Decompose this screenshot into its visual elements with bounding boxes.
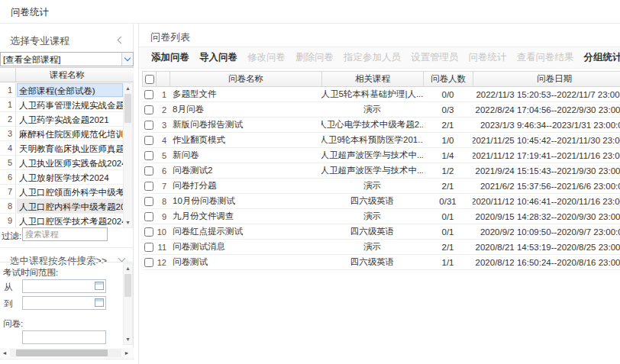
toolbar-button[interactable]: 删除问卷 <box>295 51 334 64</box>
row-checkbox[interactable] <box>144 136 153 145</box>
row-checkbox-cell <box>142 240 156 254</box>
collapse-panel-icon[interactable] <box>118 37 125 44</box>
scrollbar-thumb[interactable] <box>124 94 131 123</box>
course-list-scrollbar[interactable]: ▲ ▼ <box>123 83 133 228</box>
participant-count: 1/4 <box>423 148 473 163</box>
course-list-header: 课程名称 <box>0 67 134 82</box>
scroll-down-icon[interactable]: ▼ <box>124 218 132 227</box>
row-number: 4 <box>156 133 170 147</box>
row-number: 5 <box>156 148 170 163</box>
questionnaire-panel: 问卷列表 添加问卷 导入问卷 修改问卷 删除问卷 指定参加人员 设置管理员 问卷… <box>138 24 620 364</box>
top-bar: 问卷统计 <box>0 0 620 24</box>
questionnaire-name: 九月份文件调查 <box>170 209 321 224</box>
scroll-up-icon[interactable]: ▲ <box>124 264 132 273</box>
scroll-up-icon[interactable]: ▲ <box>124 84 132 93</box>
calendar-icon[interactable] <box>95 298 104 307</box>
from-date-input[interactable] <box>22 279 106 293</box>
toolbar-button[interactable]: 问卷统计 <box>469 51 507 64</box>
course-row[interactable]: 6 人卫放射医学技术2024 <box>0 170 123 185</box>
questionnaire-date: 2022/8/24 17:04:56--2022/9/30 23:00:00 <box>473 102 620 117</box>
row-number: 7 <box>156 179 170 193</box>
toolbar-button[interactable]: 修改问卷 <box>247 51 286 64</box>
questionnaire-name-input[interactable] <box>22 330 106 344</box>
table-row[interactable]: 11 问卷测试消息 演示 2/1 2020/8/21 14:53:19--202… <box>142 240 620 255</box>
scrollbar-track[interactable] <box>10 349 121 357</box>
course-row[interactable]: 7 人卫口腔颌面外科学中级考题2024 <box>0 185 123 199</box>
course-row[interactable]: 3 麻醉科住院医师规范化培训考试 <box>0 127 123 141</box>
related-course: 四六级英语 <box>321 194 423 208</box>
row-checkbox-cell <box>142 179 156 193</box>
table-row[interactable]: 4 作业翻页模式 人卫9轮本科预防医学201... 1/0 2021/11/25… <box>142 133 620 148</box>
related-course: 演示 <box>321 240 423 254</box>
toolbar-button[interactable]: 导入问卷 <box>199 51 237 64</box>
course-number: 2 <box>0 112 16 126</box>
to-date-input[interactable] <box>22 296 106 310</box>
questionnaire-date: 2020/11/12 10:46:41--2020/11/16 23:00:00 <box>473 194 620 208</box>
questionnaire-table: 问卷名称 相关课程 问卷人数 问卷日期 1 多题型文件 人卫5轮本科基础护理|人… <box>142 71 620 270</box>
course-name: 人卫口腔内科学中级考题2024 <box>17 199 123 213</box>
table-row[interactable]: 7 问卷打分题 演示 2/1 2021/6/2 15:37:56--2021/6… <box>142 179 620 194</box>
select-all-checkbox[interactable] <box>145 75 154 84</box>
questionnaire-name: 问卷红点提示测试 <box>170 224 321 239</box>
horizontal-scrollbar[interactable]: ◄ ► <box>0 348 134 358</box>
table-row[interactable]: 6 问卷测试2 人卫超声波医学与技术中... 1/2 2021/9/24 15:… <box>142 163 620 179</box>
scrollbar-thumb[interactable] <box>16 350 108 356</box>
row-checkbox[interactable] <box>144 105 153 114</box>
course-row[interactable]: 5 人卫执业医师实践备战2024 <box>0 156 123 170</box>
row-checkbox[interactable] <box>144 227 153 237</box>
course-number: 1 <box>0 83 16 97</box>
row-checkbox[interactable] <box>144 182 153 191</box>
questionnaire-name: 新版问卷报告测试 <box>170 118 321 132</box>
name-column-header: 问卷名称 <box>170 72 322 86</box>
toolbar-button[interactable]: 添加问卷 <box>151 51 189 64</box>
table-row[interactable]: 3 新版问卷报告测试 人卫心电学技术中级考题2... 2/1 2023/1/3 … <box>142 118 620 133</box>
table-body: 1 多题型文件 人卫5轮本科基础护理|人... 0/0 2022/11/3 15… <box>142 87 620 270</box>
toolbar-button[interactable]: 分组统计 <box>584 51 620 64</box>
course-row[interactable]: 8 人卫口腔内科学中级考题2024 <box>0 199 123 214</box>
table-row[interactable]: 8 10月份问卷测试 四六级英语 0/31 2020/11/12 10:46:4… <box>142 194 620 209</box>
table-row[interactable]: 1 多题型文件 人卫5轮本科基础护理|人... 0/0 2022/11/3 15… <box>142 87 620 102</box>
course-row[interactable]: 4 天明教育临床执业医师真题2024 <box>0 141 123 156</box>
chevron-down-icon <box>124 55 131 61</box>
table-row[interactable]: 9 九月份文件调查 演示 0/1 2020/9/15 14:28:32--202… <box>142 209 620 224</box>
course-filter-dropdown[interactable]: [查看全部课程] <box>0 52 134 66</box>
row-checkbox[interactable] <box>144 151 153 160</box>
row-checkbox[interactable] <box>144 90 153 99</box>
scroll-down-icon[interactable]: ▼ <box>124 335 132 344</box>
course-row[interactable]: 9 人卫口腔医学技术考题2024 <box>0 214 123 228</box>
toolbar-button[interactable]: 指定参加人员 <box>344 51 401 64</box>
course-name: 人卫口腔颌面外科学中级考题2024 <box>17 185 123 198</box>
chevron-down-icon[interactable] <box>118 255 126 263</box>
filter-label: 过滤: <box>2 230 21 242</box>
course-row[interactable]: 1 人卫药事管理法规实战金题2021 <box>0 98 123 112</box>
dropdown-open-button[interactable] <box>121 53 133 66</box>
sidebar-title: 选择专业课程 <box>10 34 69 48</box>
row-checkbox[interactable] <box>144 243 153 252</box>
questionnaire-date: 2021/11/25 10:45:42--2021/11/30 23:00:00 <box>473 133 620 147</box>
row-checkbox[interactable] <box>144 197 153 206</box>
row-checkbox[interactable] <box>144 166 153 176</box>
table-row[interactable]: 12 问卷测试 四六级英语 1/1 2020/8/12 16:50:24--20… <box>142 255 620 270</box>
course-search-input[interactable] <box>22 227 108 241</box>
table-row[interactable]: 10 问卷红点提示测试 四六级英语 0/1 2020/9/2 10:09:50-… <box>142 224 620 240</box>
toolbar-button[interactable]: 设置管理员 <box>411 51 459 64</box>
course-row[interactable]: 1 全部课程(全部试卷) <box>0 83 123 98</box>
row-checkbox[interactable] <box>144 212 153 221</box>
count-column-header: 问卷人数 <box>424 72 473 86</box>
questionnaire-date: 2020/8/21 14:53:19--2020/8/25 23:00:00 <box>473 240 620 254</box>
table-row[interactable]: 2 8月问卷 演示 0/3 2022/8/24 17:04:56--2022/9… <box>142 102 620 118</box>
scroll-left-icon[interactable]: ◄ <box>0 348 9 358</box>
course-number: 7 <box>0 185 16 198</box>
toolbar-button[interactable]: 查看问卷结果 <box>517 51 574 64</box>
questionnaire-date: 2020/8/12 16:50:24--2020/8/16 23:00:00 <box>473 255 620 269</box>
form-scrollbar[interactable]: ▲ ▼ <box>123 263 133 345</box>
row-checkbox[interactable] <box>144 258 153 267</box>
row-number: 8 <box>156 194 170 208</box>
table-row[interactable]: 5 新问卷 人卫超声波医学与技术中... 1/4 2021/11/12 17:1… <box>142 148 620 163</box>
row-checkbox[interactable] <box>144 121 153 130</box>
row-number: 9 <box>156 209 170 224</box>
course-row[interactable]: 2 人卫药学实战金题2021 <box>0 112 123 127</box>
scrollbar-thumb[interactable] <box>124 274 131 297</box>
scroll-right-icon[interactable]: ► <box>122 348 131 358</box>
calendar-icon[interactable] <box>95 282 104 290</box>
